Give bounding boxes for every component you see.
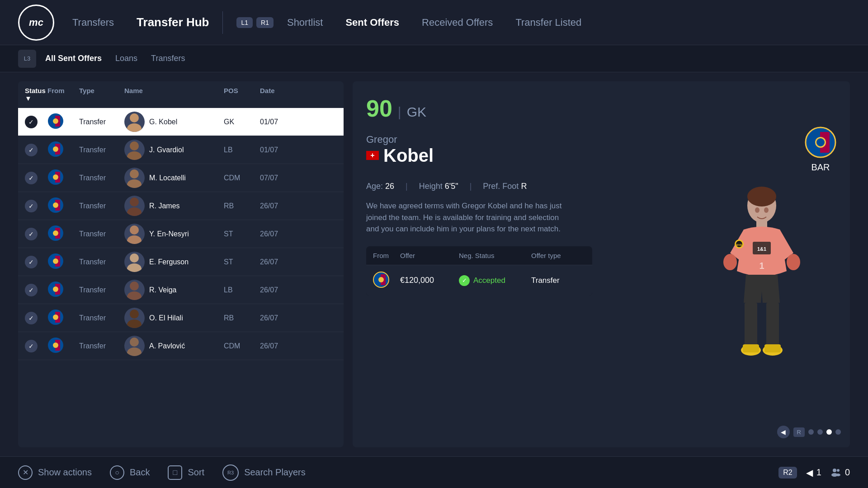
player-name: O. El Hilali xyxy=(149,314,183,322)
svg-point-22 xyxy=(130,197,139,206)
height-value: 6'5" xyxy=(445,182,458,191)
date-cell: 26/07 xyxy=(260,286,296,294)
search-players-button[interactable]: R3 Search Players xyxy=(222,465,306,481)
carousel-left-arrow[interactable]: ◀ xyxy=(777,426,790,438)
transfers-link[interactable]: Transfers xyxy=(72,17,114,28)
table-row[interactable]: ✓ Transfer xyxy=(18,220,344,248)
table-row[interactable]: ✓ Transfer xyxy=(18,332,344,360)
table-header: Status ▼ From Type Name POS Date xyxy=(18,81,344,108)
accepted-label: Accepted xyxy=(473,276,505,285)
table-row[interactable]: ✓ Transfer xyxy=(18,304,344,332)
show-actions-button[interactable]: ✕ Show actions xyxy=(18,465,92,480)
svg-point-78 xyxy=(764,207,769,213)
check-cell: ✓ xyxy=(25,256,47,268)
club-badge xyxy=(47,141,64,157)
svg-point-15 xyxy=(53,174,58,180)
carousel: ◀ R xyxy=(777,426,841,438)
svg-rect-73 xyxy=(743,344,759,352)
nav-shortlist[interactable]: Shortlist xyxy=(287,17,323,28)
offer-table: From Offer Neg. Status Offer type €120,0… xyxy=(366,246,592,296)
player-avatar xyxy=(124,336,145,356)
last-name-row: + Kobel xyxy=(366,145,434,166)
svg-text:1: 1 xyxy=(759,261,764,271)
col-type: Type xyxy=(79,87,124,102)
club-badge xyxy=(47,225,64,241)
club-cell xyxy=(47,281,79,299)
table-row[interactable]: ✓ Transfer xyxy=(18,192,344,220)
club-badge xyxy=(47,337,64,353)
svg-point-11 xyxy=(127,151,142,160)
nav-separator xyxy=(222,11,223,34)
nav-sent-offers[interactable]: Sent Offers xyxy=(345,17,399,28)
club-cell xyxy=(47,141,79,159)
check-cell: ✓ xyxy=(25,116,47,128)
col-name: Name xyxy=(124,87,224,102)
carousel-dot-3[interactable] xyxy=(826,429,832,435)
r2-label: R2 xyxy=(778,467,797,479)
transfers-nav: Transfers Transfer Hub xyxy=(72,15,209,29)
subnav-all[interactable]: All Sent Offers xyxy=(45,54,102,63)
sort-label: Sort xyxy=(188,467,204,478)
main-nav: Shortlist Sent Offers Received Offers Tr… xyxy=(287,17,581,28)
table-row[interactable]: ✓ Transfer xyxy=(18,276,344,304)
rating-divider: | xyxy=(398,104,401,120)
type-cell: Transfer xyxy=(79,230,124,238)
check-cell: ✓ xyxy=(25,144,47,156)
pos-cell: ST xyxy=(224,258,260,266)
table-row[interactable]: ✓ Transfer xyxy=(18,136,344,164)
table-row[interactable]: ✓ Transfer xyxy=(18,108,344,136)
offer-type: Transfer xyxy=(531,276,590,285)
sort-button[interactable]: □ Sort xyxy=(168,465,204,480)
nav-received-offers[interactable]: Received Offers xyxy=(422,17,493,28)
carousel-dot-1[interactable] xyxy=(808,429,814,435)
controller-buttons: L1 R1 xyxy=(236,17,273,28)
svg-point-16 xyxy=(130,169,139,178)
subnav-transfers[interactable]: Transfers xyxy=(151,54,185,63)
subnav-loans[interactable]: Loans xyxy=(115,54,137,63)
search-players-label: Search Players xyxy=(244,467,306,478)
l3-icon: L3 xyxy=(18,50,36,68)
club-badge xyxy=(47,113,64,129)
date-cell: 26/07 xyxy=(260,258,296,266)
carousel-dot-2[interactable] xyxy=(817,429,823,435)
svg-point-35 xyxy=(127,263,142,272)
player-name: J. Gvardiol xyxy=(149,146,184,154)
date-cell: 26/07 xyxy=(260,230,296,238)
offer-col-type: Offer type xyxy=(531,252,590,259)
hub-link[interactable]: Transfer Hub xyxy=(137,15,209,29)
table-row[interactable]: ✓ Transfer xyxy=(18,248,344,276)
player-first-name: Gregor xyxy=(366,134,434,145)
offer-row: €120,000 ✓ Accepted Transfer xyxy=(366,265,592,296)
name-cell: J. Gvardiol xyxy=(124,140,224,160)
check-icon: ✓ xyxy=(25,256,38,268)
player-last-name: Kobel xyxy=(383,145,434,166)
player-name: R. James xyxy=(149,202,180,210)
header: mc Transfers Transfer Hub L1 R1 Shortlis… xyxy=(0,0,868,45)
svg-point-75 xyxy=(723,254,737,270)
col-status: Status ▼ xyxy=(25,87,47,102)
age-label: Age: 26 xyxy=(366,182,394,191)
club-badge xyxy=(47,281,64,297)
sub-nav-links: All Sent Offers Loans Transfers xyxy=(45,54,185,63)
svg-point-76 xyxy=(787,254,800,270)
club-badge xyxy=(47,253,64,269)
player-avatar xyxy=(124,168,145,188)
r1-button: R1 xyxy=(256,17,274,28)
pos-cell: LB xyxy=(224,286,260,294)
nav-transfer-listed[interactable]: Transfer Listed xyxy=(515,17,581,28)
svg-point-41 xyxy=(127,291,142,300)
back-button[interactable]: ○ Back xyxy=(110,465,150,480)
svg-text:BVB: BVB xyxy=(736,244,742,246)
offer-amount: €120,000 xyxy=(400,276,459,285)
table-row[interactable]: ✓ Transfer xyxy=(18,164,344,192)
name-cell: A. Pavlović xyxy=(124,336,224,356)
check-icon: ✓ xyxy=(25,284,38,296)
player-name: A. Pavlović xyxy=(149,342,185,350)
accepted-dot: ✓ xyxy=(459,275,470,286)
back-arrow-icon: ◀ xyxy=(806,467,813,478)
col-from: From xyxy=(47,87,79,102)
player-name: E. Ferguson xyxy=(149,258,189,266)
svg-point-51 xyxy=(53,343,58,348)
player-model: 1&1 1 xyxy=(683,81,841,416)
carousel-dot-4[interactable] xyxy=(835,429,841,435)
